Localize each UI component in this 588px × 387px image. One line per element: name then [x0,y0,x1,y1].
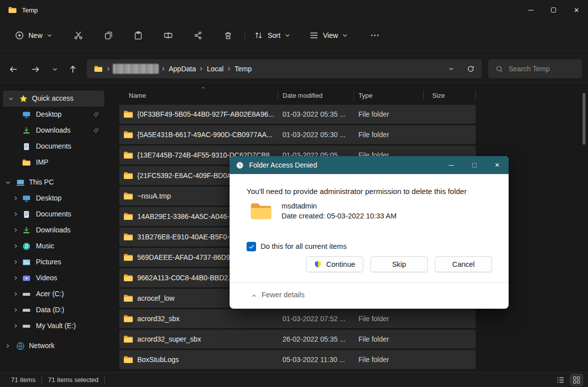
view-button[interactable]: View [305,26,351,44]
sidebar-item-quick-access[interactable]: Quick access [3,91,104,107]
folder-icon [123,335,133,343]
more-options-button[interactable] [365,26,385,44]
sidebar-item-music[interactable]: Music [0,238,106,254]
sidebar-item-this-pc[interactable]: This PC [0,175,106,191]
column-divider[interactable] [353,90,354,100]
table-row[interactable]: {5A5E431B-6617-49AC-990D-CB0977AA... 01-… [119,125,476,144]
chevron-down-icon[interactable] [5,180,11,186]
sort-button[interactable]: Sort [250,26,294,44]
sidebar-item-videos[interactable]: Videos [0,270,106,286]
close-icon: ✕ [574,6,580,14]
dialog-maximize-button[interactable] [463,156,486,174]
chevron-right-icon[interactable] [13,195,18,201]
up-button[interactable] [64,60,82,78]
folder-icon [123,253,133,261]
chevron-right-icon[interactable] [13,243,18,249]
sidebar-item-downloads-qa[interactable]: Downloads [0,123,106,139]
file-type: File folder [358,125,428,144]
search-icon [495,65,504,73]
sidebar-item-documents[interactable]: Documents [0,206,106,222]
breadcrumb-local[interactable]: Local [204,65,226,73]
folder-icon [123,131,133,139]
forward-button[interactable] [26,60,45,78]
drive-icon [22,306,31,315]
chevron-down-icon[interactable] [8,96,14,102]
sidebar-item-label: Desktop [36,110,61,118]
chevron-right-icon[interactable] [13,259,18,265]
cut-button[interactable] [68,26,88,44]
folder-icon [123,151,133,159]
chevron-right-icon[interactable] [13,291,18,297]
column-divider[interactable] [475,90,476,100]
sidebar-item-imp[interactable]: IMP [0,155,106,171]
column-divider[interactable] [278,90,278,100]
minimize-button[interactable] [519,0,542,20]
sidebar-item-my-vault-e[interactable]: My Vault (E:) [0,318,106,334]
file-name: {0F33BF49-5B05-44B0-927F-AB02E8A96... [137,105,276,124]
dialog-item-date-created: Date created: 05-03-2022 10:33 AM [282,212,397,220]
chevron-right-icon[interactable] [13,307,18,313]
checkbox-label[interactable]: Do this for all current items [261,242,346,250]
dialog-close-button[interactable]: ✕ [486,156,509,174]
cancel-button[interactable]: Cancel [435,256,492,272]
sidebar-item-network[interactable]: Network [0,338,106,354]
new-button[interactable]: New [10,26,57,44]
scrollbar-thumb[interactable] [583,93,586,145]
chevron-right-icon[interactable] [13,227,18,233]
sidebar-item-desktop[interactable]: Desktop [0,191,106,206]
sidebar-item-documents-qa[interactable]: Documents [0,139,106,155]
file-date: 01-03-2022 05:35 ... [283,105,357,124]
dialog-minimize-button[interactable] [440,156,463,174]
maximize-button[interactable] [542,0,565,20]
continue-button-label: Continue [326,260,355,268]
large-icons-view-button[interactable] [570,374,583,386]
column-header-size[interactable]: Size [432,92,445,99]
continue-button[interactable]: Continue [306,256,363,272]
table-row[interactable]: {0F33BF49-5B05-44B0-927F-AB02E8A96... 01… [119,105,476,124]
refresh-button[interactable] [460,60,482,78]
downloads-icon [22,226,31,235]
table-row[interactable]: BoxStubLogs 05-03-2022 11:30 ... File fo… [119,350,476,369]
chevron-down-icon [448,66,454,72]
table-row[interactable]: acrord32_sbx 01-03-2022 07:52 ... File f… [119,309,476,328]
sidebar-item-desktop-qa[interactable]: Desktop [0,107,106,123]
column-header-name[interactable]: Name [129,92,146,99]
close-button[interactable]: ✕ [565,0,588,20]
rename-button[interactable] [158,26,178,44]
copy-button[interactable] [99,26,119,44]
vertical-scrollbar[interactable] [583,90,586,367]
address-dropdown-button[interactable] [443,60,460,78]
recent-locations-button[interactable] [48,60,62,78]
checkmark-icon [248,243,255,250]
chevron-right-icon[interactable] [13,211,18,217]
file-date: 01-03-2022 05:30 ... [283,125,357,144]
redacted-user-segment[interactable] [113,64,159,74]
sidebar-item-acer-c[interactable]: Acer (C:) [0,286,106,302]
sidebar-item-data-d[interactable]: Data (D:) [0,302,106,318]
chevron-up-icon[interactable] [251,293,258,299]
file-date: 05-03-2022 11:30 ... [283,350,357,369]
do-for-all-checkbox[interactable] [247,242,256,251]
column-header-date-modified[interactable]: Date modified [283,92,322,99]
drive-icon [22,290,31,299]
search-input[interactable] [509,65,574,73]
folder-access-denied-dialog: Folder Access Denied ✕ You'll need to pr… [230,156,509,309]
column-divider[interactable] [423,90,424,100]
sidebar-item-pictures[interactable]: Pictures [0,254,106,270]
back-button[interactable] [4,60,23,78]
chevron-right-icon[interactable] [5,343,10,349]
skip-button[interactable]: Skip [370,256,428,272]
paste-button[interactable] [128,26,148,44]
table-row[interactable]: acrord32_super_sbx 26-02-2022 05:35 ... … [119,330,476,349]
share-button[interactable] [188,26,208,44]
sidebar-item-downloads[interactable]: Downloads [0,222,106,238]
breadcrumb-temp[interactable]: Temp [232,65,255,73]
chevron-right-icon[interactable] [13,323,18,329]
delete-button[interactable] [218,26,238,44]
fewer-details-toggle[interactable]: Fewer details [262,291,304,299]
column-header-type[interactable]: Type [358,92,372,99]
chevron-right-icon[interactable] [13,275,18,281]
breadcrumb-appdata[interactable]: AppData [166,65,199,73]
address-bar[interactable]: AppData Local Temp [87,59,482,78]
details-view-button[interactable] [554,374,567,386]
